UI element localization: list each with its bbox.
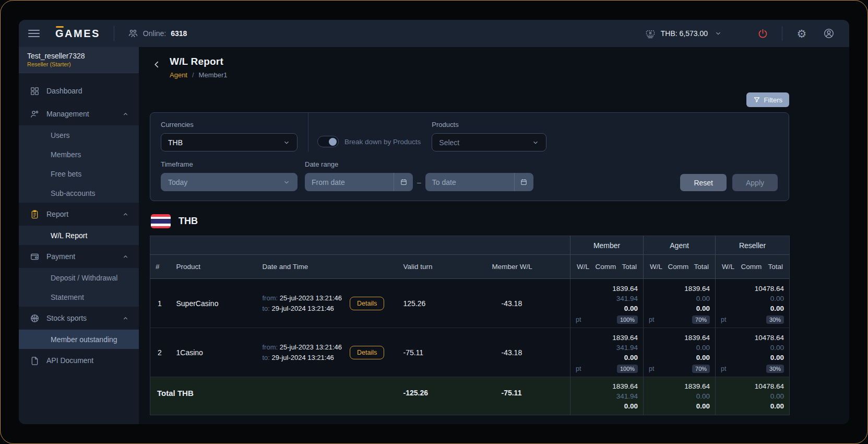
sidebar-item-deposit-withdrawal[interactable]: Deposit / Withdrawal: [19, 268, 139, 287]
chevron-up-icon: [122, 314, 129, 322]
sidebar-item-free-bets[interactable]: Free bets: [19, 164, 139, 183]
details-button[interactable]: Details: [350, 297, 384, 310]
details-button[interactable]: Details: [350, 346, 384, 359]
sidebar-item-label: Stock sports: [46, 314, 115, 322]
main-content: W/L Report Agent / Member1 Filters: [139, 47, 849, 424]
to-date-input[interactable]: To date: [425, 173, 533, 191]
dashboard-icon: [29, 86, 40, 96]
breadcrumb-member: Member1: [199, 71, 228, 79]
subcolumns-reseller: W/LCommTotal: [716, 255, 790, 279]
sidebar-item-label: W/L Report: [51, 231, 87, 240]
currency-select[interactable]: THB: [161, 133, 298, 151]
sidebar-item-sub-accounts[interactable]: Sub-accounts: [19, 183, 139, 203]
pt-percent-badge: 100%: [617, 316, 638, 324]
breadcrumb-separator: /: [192, 71, 194, 79]
wl-value: 1839.64: [576, 381, 638, 391]
sidebar: Test_reseller7328 Reseller (Starter) Das…: [19, 47, 139, 424]
products-label: Products: [432, 121, 546, 128]
subcolumn-header-member-total: Total: [622, 263, 637, 271]
wl-report-table: MemberAgentReseller#ProductDate and Time…: [150, 236, 790, 415]
reset-button[interactable]: Reset: [680, 174, 727, 191]
comm-value: 0.00: [649, 343, 710, 353]
group-values-cell: 1839.64 341.94 0.00 pt 100%: [570, 279, 644, 328]
pt-label: pt: [576, 365, 581, 372]
sidebar-item-users[interactable]: Users: [19, 125, 139, 145]
sidebar-item-payment[interactable]: Payment: [19, 245, 139, 268]
total-value: 0.00: [576, 353, 638, 363]
sidebar-item-api-document[interactable]: API Document: [19, 349, 139, 372]
wl-value: 1839.64: [649, 333, 710, 343]
comm-value: 341.94: [576, 391, 638, 401]
group-header-member: Member: [570, 236, 644, 255]
sidebar-item-label: Statement: [51, 293, 84, 301]
balance-selector[interactable]: THB: 6,573.00: [645, 28, 723, 39]
comm-value: 0.00: [721, 391, 784, 401]
date-range-separator: –: [417, 178, 421, 186]
sidebar-item-members[interactable]: Members: [19, 145, 139, 164]
group-values-cell: 1839.64 0.00 0.00: [644, 377, 716, 415]
wl-value: 10478.64: [721, 381, 784, 391]
logout-power-button[interactable]: [754, 25, 771, 42]
comm-value: 0.00: [721, 294, 784, 303]
report-icon: [29, 209, 40, 219]
sidebar-item-management[interactable]: Management: [19, 102, 139, 125]
calendar-icon[interactable]: [514, 173, 533, 191]
pt-percent-badge: 100%: [617, 365, 638, 373]
product-name: 1Casino: [171, 328, 257, 377]
sidebar-item-member-outstanding[interactable]: Member outstanding: [19, 330, 139, 349]
breadcrumb-agent[interactable]: Agent: [170, 71, 187, 79]
from-date-placeholder: From date: [305, 178, 394, 186]
apply-button[interactable]: Apply: [732, 174, 778, 191]
sidebar-item-label: Deposit / Withdrawal: [51, 274, 117, 282]
topbar-divider: [782, 26, 782, 41]
products-select[interactable]: Select: [432, 133, 546, 151]
balance-value: THB: 6,573.00: [661, 29, 708, 38]
wl-value: 1839.64: [649, 381, 710, 391]
sidebar-item-label: API Document: [46, 356, 129, 365]
from-date-input[interactable]: From date: [305, 173, 413, 191]
chevron-down-icon: [532, 139, 539, 146]
profile-button[interactable]: [820, 25, 838, 42]
sidebar-item-label: Dashboard: [46, 87, 129, 95]
back-button[interactable]: [152, 60, 161, 69]
table-total-row: Total THB -125.26 -75.11 1839.64 341.94 …: [150, 377, 790, 415]
sidebar-item-report[interactable]: Report: [19, 203, 139, 226]
subcolumn-header-member-w-l: W/L: [577, 263, 589, 271]
column-header-num: #: [150, 255, 171, 279]
product-name: SuperCasino: [171, 279, 257, 328]
online-count: 6318: [171, 29, 187, 38]
chevron-up-icon: [122, 211, 129, 218]
total-member-wl: -75.11: [487, 377, 570, 415]
filters-button[interactable]: Filters: [746, 92, 789, 107]
subcolumns-member: W/LCommTotal: [570, 255, 644, 279]
menu-toggle-icon[interactable]: [28, 30, 40, 37]
to-label: to:: [263, 305, 270, 312]
topbar: GAMES Online: 6318 THB: 6: [19, 20, 849, 47]
sidebar-item-statement[interactable]: Statement: [19, 287, 139, 307]
group-values-cell: 1839.64 0.00 0.00 pt 70%: [644, 279, 716, 328]
total-value: 0.00: [576, 401, 638, 411]
sidebar-item-dashboard[interactable]: Dashboard: [19, 79, 139, 102]
subcolumn-header-reseller-comm: Comm: [741, 263, 762, 271]
timeframe-select[interactable]: Today: [161, 173, 298, 191]
sidebar-item-stock-sports[interactable]: Stock sports: [19, 307, 139, 330]
calendar-icon[interactable]: [394, 173, 413, 191]
group-header-reseller: Reseller: [716, 236, 790, 255]
currency-section-header: THB: [151, 214, 789, 228]
wl-value: 10478.64: [721, 333, 784, 343]
table-row: 2 1Casino from: 25-jul-2023 13:21:46 to:…: [150, 328, 790, 377]
total-value: 0.00: [721, 353, 784, 363]
comm-value: 0.00: [649, 391, 710, 401]
timeframe-label: Timeframe: [161, 160, 298, 168]
settings-gear-button[interactable]: ⚙: [793, 25, 811, 42]
sidebar-item-w-l-report[interactable]: W/L Report: [19, 226, 139, 245]
member-wl-value: -43.18: [487, 328, 570, 377]
total-value: 0.00: [649, 303, 710, 313]
breakdown-label: Break down by Products: [344, 138, 421, 146]
management-icon: [29, 109, 40, 119]
group-values-cell: 10478.64 0.00 0.00: [716, 377, 790, 415]
pt-percent-badge: 70%: [692, 316, 710, 324]
group-header-agent: Agent: [644, 236, 716, 255]
breakdown-toggle[interactable]: [317, 136, 339, 147]
brand-logo: GAMES: [55, 28, 100, 40]
